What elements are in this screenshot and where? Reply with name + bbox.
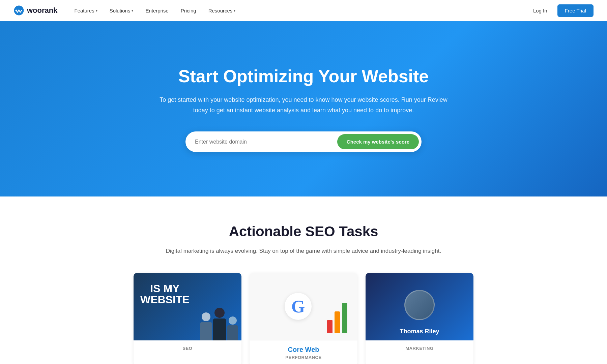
bar-chart bbox=[327, 303, 347, 333]
logo-text: woorank bbox=[27, 6, 57, 15]
woorank-logo-icon bbox=[13, 5, 24, 16]
seo-section: Actionable SEO Tasks Digital marketing i… bbox=[0, 196, 607, 364]
card-1-line2: WEBSITE bbox=[140, 294, 190, 306]
card-3-person-name: Thomas Riley bbox=[400, 328, 439, 335]
card-3[interactable]: Thomas Riley Marketing bbox=[366, 273, 473, 364]
bar-1 bbox=[327, 320, 333, 333]
nav-pricing-label: Pricing bbox=[181, 8, 196, 13]
nav-features[interactable]: Features ▾ bbox=[69, 5, 102, 16]
nav-resources-label: Resources bbox=[208, 8, 233, 13]
hero-title: Start Optimizing Your Website bbox=[178, 66, 429, 87]
nav-enterprise[interactable]: Enterprise bbox=[141, 5, 173, 16]
check-score-button[interactable]: Check my website's score bbox=[337, 134, 419, 149]
login-button[interactable]: Log In bbox=[528, 5, 552, 16]
hero-subtitle: To get started with your website optimiz… bbox=[158, 95, 449, 115]
card-2-title: Core Web bbox=[256, 346, 351, 354]
navbar-left: woorank Features ▾ Solutions ▾ Enterpris… bbox=[13, 5, 240, 16]
nav-solutions-label: Solutions bbox=[110, 8, 131, 13]
search-input[interactable] bbox=[195, 139, 337, 145]
person-2-head bbox=[214, 308, 225, 318]
seo-section-subtitle: Digital marketing is always evolving. St… bbox=[158, 246, 449, 256]
solutions-chevron-icon: ▾ bbox=[132, 9, 133, 12]
nav-links: Features ▾ Solutions ▾ Enterprise Pricin… bbox=[69, 5, 240, 16]
card-1-category: SEO bbox=[140, 346, 235, 351]
google-logo: G bbox=[285, 293, 312, 320]
cards-row: IS MY WEBSITE bbox=[101, 273, 506, 364]
person-3-body bbox=[227, 325, 238, 340]
card-3-image: Thomas Riley bbox=[366, 273, 473, 340]
person-avatar bbox=[404, 290, 435, 320]
logo[interactable]: woorank bbox=[13, 5, 57, 16]
card-2-category: Performance bbox=[256, 355, 351, 360]
card-1[interactable]: IS MY WEBSITE bbox=[134, 273, 241, 364]
hero-section: Start Optimizing Your Website To get sta… bbox=[0, 21, 607, 196]
card-1-image: IS MY WEBSITE bbox=[134, 273, 241, 340]
nav-pricing[interactable]: Pricing bbox=[176, 5, 201, 16]
navbar-right: Log In Free Trial bbox=[528, 4, 594, 17]
card-1-line1: IS MY bbox=[140, 283, 190, 295]
card-2-bottom: Core Web Performance bbox=[250, 340, 357, 364]
free-trial-button[interactable]: Free Trial bbox=[557, 4, 594, 17]
svg-point-1 bbox=[16, 10, 17, 11]
resources-chevron-icon: ▾ bbox=[234, 9, 235, 12]
person-3 bbox=[227, 316, 238, 340]
card-2-image: G bbox=[250, 273, 357, 340]
search-bar: Check my website's score bbox=[185, 131, 422, 152]
card-2[interactable]: G Core Web Performance bbox=[250, 273, 357, 364]
card-1-people bbox=[197, 308, 241, 340]
bar-3 bbox=[342, 303, 347, 333]
features-chevron-icon: ▾ bbox=[96, 9, 97, 12]
person-1 bbox=[200, 312, 212, 340]
card-3-bottom: Marketing bbox=[366, 340, 473, 356]
bar-2 bbox=[335, 311, 340, 333]
person-2 bbox=[213, 308, 226, 340]
nav-resources[interactable]: Resources ▾ bbox=[204, 5, 240, 16]
card-1-text: IS MY WEBSITE bbox=[140, 283, 190, 306]
person-3-head bbox=[229, 316, 237, 325]
nav-enterprise-label: Enterprise bbox=[145, 8, 168, 13]
person-1-head bbox=[202, 312, 210, 321]
seo-section-title: Actionable SEO Tasks bbox=[13, 223, 594, 240]
card-3-category: Marketing bbox=[372, 346, 467, 351]
person-1-body bbox=[200, 322, 212, 340]
card-1-bottom: SEO bbox=[134, 340, 241, 356]
person-2-body bbox=[213, 318, 226, 340]
nav-solutions[interactable]: Solutions ▾ bbox=[105, 5, 138, 16]
navbar: woorank Features ▾ Solutions ▾ Enterpris… bbox=[0, 0, 607, 21]
card-3-name-overlay: Thomas Riley bbox=[366, 328, 473, 335]
nav-features-label: Features bbox=[74, 8, 94, 13]
